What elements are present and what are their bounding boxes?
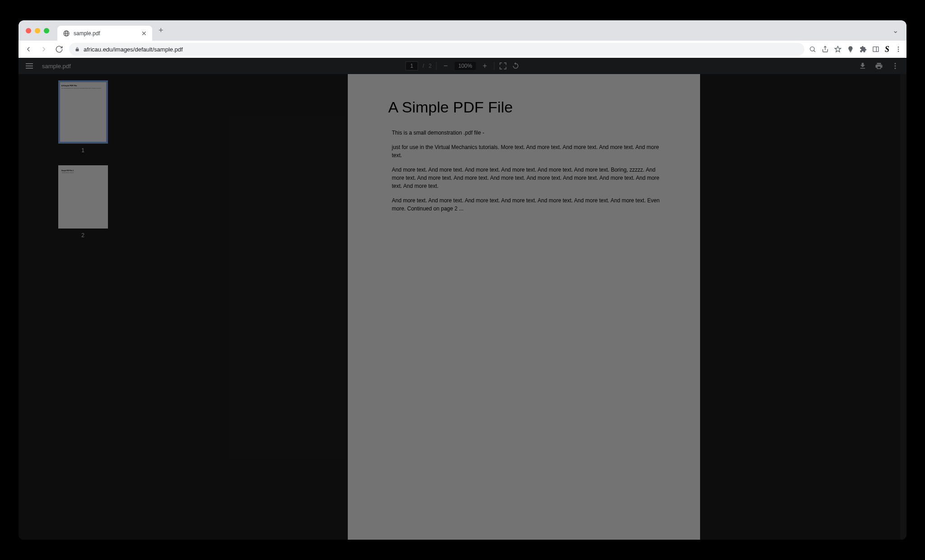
lock-icon xyxy=(75,47,80,52)
share-icon[interactable] xyxy=(822,46,829,53)
pdf-page: A Simple PDF File This is a small demons… xyxy=(348,74,700,540)
svg-point-8 xyxy=(895,68,896,69)
pdf-filename: sample.pdf xyxy=(42,63,71,70)
reload-button[interactable] xyxy=(54,44,65,55)
pdf-viewer: sample.pdf 1 / 2 − 100% + xyxy=(19,58,906,540)
paragraph: This is a small demonstration .pdf file … xyxy=(388,129,664,137)
paragraph: just for use in the Virtual Mechanics tu… xyxy=(388,143,664,159)
zoom-level[interactable]: 100% xyxy=(455,62,476,70)
url-text: africau.edu/images/default/sample.pdf xyxy=(84,46,183,53)
paragraph: And more text. And more text. And more t… xyxy=(388,196,664,213)
svg-point-0 xyxy=(810,47,814,51)
window-controls xyxy=(26,28,49,33)
back-button[interactable] xyxy=(23,44,34,55)
document-title: A Simple PDF File xyxy=(388,98,664,116)
svg-point-5 xyxy=(898,51,899,52)
page-separator: / xyxy=(423,63,424,69)
search-icon[interactable] xyxy=(809,46,816,53)
paragraph: And more text. And more text. And more t… xyxy=(388,166,664,190)
zoom-in-button[interactable]: + xyxy=(480,61,489,70)
sidebar-toggle-icon[interactable] xyxy=(26,63,33,69)
tab-search-icon[interactable]: ⌄ xyxy=(892,26,898,35)
browser-tab[interactable]: sample.pdf ✕ xyxy=(57,26,152,41)
new-tab-button[interactable]: + xyxy=(159,26,164,35)
thumbnail-label: 2 xyxy=(81,232,84,238)
divider xyxy=(494,62,494,70)
sidepanel-icon[interactable] xyxy=(872,46,879,53)
thumb-text: ...continued from page 1. Yet more text. xyxy=(61,172,103,173)
tab-bar: sample.pdf ✕ + ⌄ xyxy=(19,20,906,41)
star-icon[interactable] xyxy=(834,46,841,53)
rotate-icon[interactable] xyxy=(511,62,519,70)
pdf-toolbar: sample.pdf 1 / 2 − 100% + xyxy=(19,58,906,74)
download-icon[interactable] xyxy=(859,62,867,70)
toolbar-right: S xyxy=(809,45,902,54)
pdf-body: A Simple PDF File This is a small demons… xyxy=(19,74,906,540)
thumb-title: Simple PDF File 2 xyxy=(61,170,103,172)
thumbnail-page-1[interactable]: A Simple PDF File This is a small demons… xyxy=(58,80,108,144)
fit-page-icon[interactable] xyxy=(499,62,507,70)
svg-point-6 xyxy=(895,63,896,64)
maximize-window-button[interactable] xyxy=(44,28,49,33)
minimize-window-button[interactable] xyxy=(35,28,40,33)
thumb-title: A Simple PDF File xyxy=(61,85,103,87)
page-area[interactable]: A Simple PDF File This is a small demons… xyxy=(147,74,900,540)
bulb-icon[interactable] xyxy=(847,46,854,53)
extension-s-icon[interactable]: S xyxy=(885,45,889,54)
tab-title: sample.pdf xyxy=(74,30,141,37)
globe-icon xyxy=(63,30,70,37)
close-tab-icon[interactable]: ✕ xyxy=(141,30,147,37)
url-input[interactable]: africau.edu/images/default/sample.pdf xyxy=(69,43,804,56)
scrollbar[interactable] xyxy=(900,74,906,540)
chrome-menu-icon[interactable] xyxy=(895,46,902,53)
svg-point-4 xyxy=(898,49,899,50)
extensions-icon[interactable] xyxy=(860,46,867,53)
thumbnail-label: 1 xyxy=(81,147,84,154)
close-window-button[interactable] xyxy=(26,28,31,33)
svg-point-3 xyxy=(898,47,899,48)
divider xyxy=(436,62,437,70)
more-icon[interactable] xyxy=(891,62,899,70)
print-icon[interactable] xyxy=(875,62,883,70)
thumb-text: This is a small demonstration .pdf file … xyxy=(61,88,103,89)
forward-button[interactable] xyxy=(38,44,49,55)
page-number-input[interactable]: 1 xyxy=(406,61,418,70)
browser-window: sample.pdf ✕ + ⌄ africau.edu/images/defa… xyxy=(19,20,906,540)
zoom-out-button[interactable]: − xyxy=(441,61,450,70)
svg-rect-1 xyxy=(873,47,878,52)
address-bar: africau.edu/images/default/sample.pdf S xyxy=(19,41,906,58)
svg-point-7 xyxy=(895,65,896,67)
thumbnail-panel[interactable]: A Simple PDF File This is a small demons… xyxy=(19,74,147,540)
thumbnail-page-2[interactable]: Simple PDF File 2 ...continued from page… xyxy=(58,165,108,229)
total-pages: 2 xyxy=(429,63,432,69)
